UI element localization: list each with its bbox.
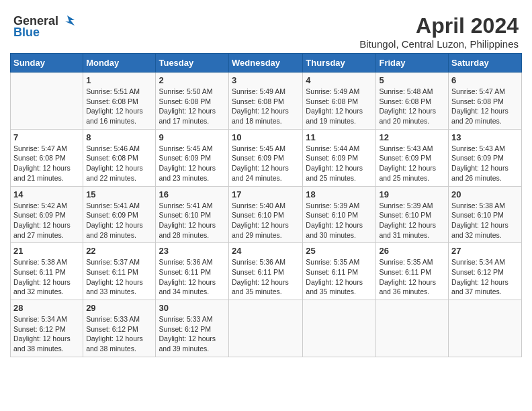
calendar-cell: 16Sunrise: 5:41 AM Sunset: 6:10 PM Dayli…: [156, 186, 229, 243]
title-area: April 2024 Bitungol, Central Luzon, Phil…: [359, 13, 519, 50]
calendar-cell: 17Sunrise: 5:40 AM Sunset: 6:10 PM Dayli…: [229, 186, 303, 243]
day-info: Sunrise: 5:33 AM Sunset: 6:12 PM Dayligh…: [86, 314, 152, 354]
day-number: 6: [451, 75, 519, 85]
day-number: 2: [159, 75, 226, 85]
calendar-wrapper: SundayMondayTuesdayWednesdayThursdayFrid…: [7, 53, 525, 361]
day-info: Sunrise: 5:34 AM Sunset: 6:12 PM Dayligh…: [13, 314, 80, 354]
day-info: Sunrise: 5:43 AM Sunset: 6:09 PM Dayligh…: [379, 144, 445, 183]
calendar-cell: 27Sunrise: 5:34 AM Sunset: 6:12 PM Dayli…: [449, 243, 522, 300]
day-number: 14: [13, 189, 80, 199]
day-number: 11: [306, 132, 373, 142]
calendar-cell: 15Sunrise: 5:41 AM Sunset: 6:09 PM Dayli…: [83, 186, 156, 243]
calendar-week-row: 7Sunrise: 5:47 AM Sunset: 6:08 PM Daylig…: [11, 129, 522, 186]
calendar-cell: 19Sunrise: 5:39 AM Sunset: 6:10 PM Dayli…: [376, 186, 449, 243]
day-header-tuesday: Tuesday: [156, 54, 229, 73]
calendar-cell: 14Sunrise: 5:42 AM Sunset: 6:09 PM Dayli…: [11, 186, 83, 243]
day-info: Sunrise: 5:35 AM Sunset: 6:11 PM Dayligh…: [379, 257, 445, 297]
day-info: Sunrise: 5:49 AM Sunset: 6:08 PM Dayligh…: [232, 87, 300, 126]
calendar-cell: 20Sunrise: 5:38 AM Sunset: 6:10 PM Dayli…: [449, 186, 522, 243]
day-header-saturday: Saturday: [449, 54, 522, 73]
calendar-cell: [303, 300, 376, 357]
svg-marker-0: [65, 15, 75, 26]
day-number: 17: [232, 189, 300, 199]
day-info: Sunrise: 5:51 AM Sunset: 6:08 PM Dayligh…: [86, 87, 152, 126]
day-info: Sunrise: 5:39 AM Sunset: 6:10 PM Dayligh…: [306, 201, 373, 240]
day-info: Sunrise: 5:38 AM Sunset: 6:10 PM Dayligh…: [451, 201, 519, 240]
calendar-cell: [229, 300, 303, 357]
day-number: 4: [306, 75, 373, 85]
day-header-sunday: Sunday: [11, 54, 83, 73]
day-number: 3: [232, 75, 300, 85]
day-number: 19: [379, 189, 445, 199]
calendar-week-row: 21Sunrise: 5:38 AM Sunset: 6:11 PM Dayli…: [11, 243, 522, 300]
calendar-cell: 28Sunrise: 5:34 AM Sunset: 6:12 PM Dayli…: [11, 300, 83, 357]
calendar-cell: [376, 300, 449, 357]
day-number: 10: [232, 132, 300, 142]
day-header-friday: Friday: [376, 54, 449, 73]
day-number: 29: [86, 303, 152, 313]
day-info: Sunrise: 5:46 AM Sunset: 6:08 PM Dayligh…: [86, 144, 152, 183]
day-info: Sunrise: 5:48 AM Sunset: 6:08 PM Dayligh…: [379, 87, 445, 126]
calendar-cell: 3Sunrise: 5:49 AM Sunset: 6:08 PM Daylig…: [229, 73, 303, 130]
day-number: 23: [159, 246, 226, 256]
calendar-cell: 10Sunrise: 5:45 AM Sunset: 6:09 PM Dayli…: [229, 129, 303, 186]
calendar-cell: 21Sunrise: 5:38 AM Sunset: 6:11 PM Dayli…: [11, 243, 83, 300]
logo: General Blue: [13, 13, 75, 40]
calendar-cell: [11, 73, 83, 130]
day-info: Sunrise: 5:47 AM Sunset: 6:08 PM Dayligh…: [13, 144, 80, 183]
day-number: 22: [86, 246, 152, 256]
day-number: 30: [159, 303, 226, 313]
day-info: Sunrise: 5:50 AM Sunset: 6:08 PM Dayligh…: [159, 87, 226, 126]
day-info: Sunrise: 5:44 AM Sunset: 6:09 PM Dayligh…: [306, 144, 373, 183]
day-number: 13: [451, 132, 519, 142]
day-info: Sunrise: 5:49 AM Sunset: 6:08 PM Dayligh…: [306, 87, 373, 126]
day-info: Sunrise: 5:39 AM Sunset: 6:10 PM Dayligh…: [379, 201, 445, 240]
day-info: Sunrise: 5:42 AM Sunset: 6:09 PM Dayligh…: [13, 201, 80, 240]
calendar-table: SundayMondayTuesdayWednesdayThursdayFrid…: [10, 53, 522, 357]
calendar-cell: 25Sunrise: 5:35 AM Sunset: 6:11 PM Dayli…: [303, 243, 376, 300]
day-info: Sunrise: 5:38 AM Sunset: 6:11 PM Dayligh…: [13, 257, 80, 297]
day-header-wednesday: Wednesday: [229, 54, 303, 73]
header: General Blue April 2024 Bitungol, Centra…: [7, 7, 525, 53]
calendar-cell: 26Sunrise: 5:35 AM Sunset: 6:11 PM Dayli…: [376, 243, 449, 300]
calendar-cell: 13Sunrise: 5:43 AM Sunset: 6:09 PM Dayli…: [449, 129, 522, 186]
day-info: Sunrise: 5:33 AM Sunset: 6:12 PM Dayligh…: [159, 314, 226, 354]
calendar-cell: 6Sunrise: 5:47 AM Sunset: 6:08 PM Daylig…: [449, 73, 522, 130]
day-info: Sunrise: 5:45 AM Sunset: 6:09 PM Dayligh…: [159, 144, 226, 183]
calendar-cell: 24Sunrise: 5:36 AM Sunset: 6:11 PM Dayli…: [229, 243, 303, 300]
day-number: 28: [13, 303, 80, 313]
calendar-week-row: 14Sunrise: 5:42 AM Sunset: 6:09 PM Dayli…: [11, 186, 522, 243]
day-number: 8: [86, 132, 152, 142]
day-info: Sunrise: 5:45 AM Sunset: 6:09 PM Dayligh…: [232, 144, 300, 183]
day-info: Sunrise: 5:41 AM Sunset: 6:10 PM Dayligh…: [159, 201, 226, 240]
calendar-cell: 12Sunrise: 5:43 AM Sunset: 6:09 PM Dayli…: [376, 129, 449, 186]
calendar-week-row: 28Sunrise: 5:34 AM Sunset: 6:12 PM Dayli…: [11, 300, 522, 357]
calendar-week-row: 1Sunrise: 5:51 AM Sunset: 6:08 PM Daylig…: [11, 73, 522, 130]
day-header-monday: Monday: [83, 54, 156, 73]
day-number: 26: [379, 246, 445, 256]
calendar-subtitle: Bitungol, Central Luzon, Philippines: [359, 38, 519, 50]
calendar-cell: [449, 300, 522, 357]
day-number: 5: [379, 75, 445, 85]
day-number: 15: [86, 189, 152, 199]
logo-blue-text: Blue: [13, 26, 40, 40]
calendar-cell: 30Sunrise: 5:33 AM Sunset: 6:12 PM Dayli…: [156, 300, 229, 357]
calendar-cell: 18Sunrise: 5:39 AM Sunset: 6:10 PM Dayli…: [303, 186, 376, 243]
day-info: Sunrise: 5:41 AM Sunset: 6:09 PM Dayligh…: [86, 201, 152, 240]
day-info: Sunrise: 5:36 AM Sunset: 6:11 PM Dayligh…: [159, 257, 226, 297]
calendar-cell: 11Sunrise: 5:44 AM Sunset: 6:09 PM Dayli…: [303, 129, 376, 186]
day-number: 1: [86, 75, 152, 85]
calendar-cell: 1Sunrise: 5:51 AM Sunset: 6:08 PM Daylig…: [83, 73, 156, 130]
day-number: 25: [306, 246, 373, 256]
calendar-cell: 2Sunrise: 5:50 AM Sunset: 6:08 PM Daylig…: [156, 73, 229, 130]
calendar-cell: 23Sunrise: 5:36 AM Sunset: 6:11 PM Dayli…: [156, 243, 229, 300]
calendar-cell: 7Sunrise: 5:47 AM Sunset: 6:08 PM Daylig…: [11, 129, 83, 186]
calendar-cell: 9Sunrise: 5:45 AM Sunset: 6:09 PM Daylig…: [156, 129, 229, 186]
day-info: Sunrise: 5:47 AM Sunset: 6:08 PM Dayligh…: [451, 87, 519, 126]
calendar-cell: 5Sunrise: 5:48 AM Sunset: 6:08 PM Daylig…: [376, 73, 449, 130]
day-number: 21: [13, 246, 80, 256]
logo-bird-icon: [60, 13, 75, 28]
day-info: Sunrise: 5:40 AM Sunset: 6:10 PM Dayligh…: [232, 201, 300, 240]
day-number: 18: [306, 189, 373, 199]
day-number: 12: [379, 132, 445, 142]
